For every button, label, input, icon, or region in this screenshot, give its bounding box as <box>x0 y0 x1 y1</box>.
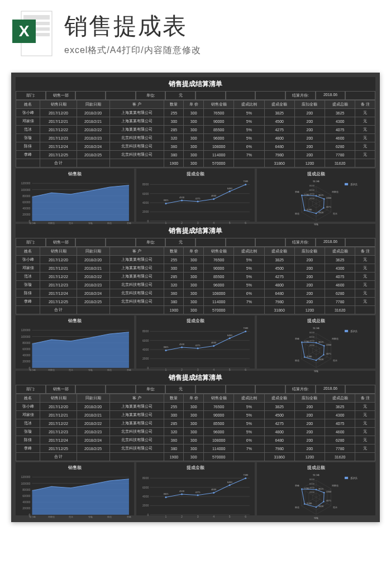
svg-text:2: 2 <box>181 221 183 224</box>
info-row: 部门:销售一部单位:元结算月份:2018.06 <box>16 91 375 100</box>
table-cell: 300 <box>184 264 204 273</box>
table-cell: 上海某某有限公司 <box>109 419 164 428</box>
table-cell: 6280 <box>325 436 355 444</box>
svg-point-238 <box>304 503 305 504</box>
svg-text:120000: 120000 <box>21 181 30 185</box>
svg-text:4600: 4600 <box>318 505 324 508</box>
table-cell: 3825 <box>264 256 294 264</box>
svg-text:4000: 4000 <box>142 201 149 204</box>
table-cell: 200 <box>294 298 325 306</box>
table-cell: 200 <box>294 444 325 453</box>
svg-text:张小峰: 张小峰 <box>29 369 36 371</box>
svg-point-234 <box>316 489 317 490</box>
table-cell: 4600 <box>325 134 355 142</box>
column-header: 姓名 <box>16 247 40 256</box>
info-cell: 单位: <box>136 91 166 100</box>
info-cell: 单位: <box>136 238 166 247</box>
table-cell: 5% <box>234 428 264 436</box>
table-cell: 7780 <box>325 444 355 453</box>
svg-point-69 <box>323 198 325 199</box>
svg-text:4275: 4275 <box>196 197 201 200</box>
table-cell: 4800 <box>264 281 294 289</box>
table-cell: 285 <box>164 419 184 428</box>
table-cell: 2018/2/21 <box>77 117 109 126</box>
svg-text:60000: 60000 <box>22 494 30 498</box>
svg-text:李峰: 李峰 <box>295 190 299 193</box>
svg-text:范冰: 范冰 <box>333 212 337 215</box>
table-cell: 300 <box>184 281 204 289</box>
svg-point-51 <box>229 190 231 192</box>
table-cell: 108000 <box>204 289 234 298</box>
column-header: 单 价 <box>184 247 204 256</box>
svg-point-237 <box>316 506 317 508</box>
commission-table: 姓名销售日期回款日期客 户数量单 价销售金额提成比例提成金额应扣金额提成总额备 … <box>16 100 375 168</box>
commission-table: 姓名销售日期回款日期客 户数量单 价销售金额提成比例提成金额应扣金额提成总额备 … <box>16 394 375 461</box>
template-header: X 销售提成表 excel格式/A4打印/内容随意修改 <box>0 0 391 67</box>
table-cell: 360 <box>164 436 184 444</box>
column-header: 客 户 <box>109 247 164 256</box>
svg-text:6480: 6480 <box>227 187 233 190</box>
table-cell: 2017/12/21 <box>40 264 77 273</box>
table-cell: 5% <box>234 109 264 117</box>
svg-point-68 <box>316 195 317 196</box>
table-cell: 300 <box>184 273 204 281</box>
svg-text:60000: 60000 <box>22 200 30 204</box>
table-row: 李峰2017/12/252018/2/25北京科技有限公司38030011400… <box>16 444 375 453</box>
svg-text:4000: 4000 <box>142 348 149 351</box>
svg-text:5: 5 <box>229 368 231 371</box>
table-cell: 108000 <box>204 142 234 151</box>
svg-text:120000: 120000 <box>21 328 30 332</box>
svg-text:1: 1 <box>165 221 167 224</box>
info-cell <box>106 385 136 394</box>
svg-text:6480: 6480 <box>227 334 233 337</box>
svg-text:陈佳: 陈佳 <box>295 212 299 215</box>
table-cell: 无 <box>355 142 375 151</box>
column-header: 姓名 <box>16 394 40 403</box>
svg-text:40000: 40000 <box>22 500 30 504</box>
table-row: 张小峰2017/12/202018/2/20上海某某有限公司2553007650… <box>16 403 375 411</box>
svg-text:40000: 40000 <box>22 207 30 210</box>
table-cell: 4500 <box>264 117 294 126</box>
table-cell: 上海某某有限公司 <box>109 126 164 134</box>
table-cell: 200 <box>294 403 325 411</box>
table-cell: 2018/2/24 <box>77 142 109 151</box>
column-header: 提成金额 <box>264 101 294 109</box>
total-cell: 合 计 <box>40 306 77 314</box>
table-cell: 无 <box>355 419 375 428</box>
table-cell: 3825 <box>264 109 294 117</box>
total-cell: 570000 <box>204 453 234 461</box>
total-cell: 合 计 <box>40 453 77 461</box>
column-header: 销售金额 <box>204 101 234 109</box>
table-cell: 300 <box>184 134 204 142</box>
table-cell: 7780 <box>325 151 355 159</box>
sales-area-chart: 销售额 020000400006000080000100000120000 张小… <box>16 169 134 222</box>
svg-text:6000: 6000 <box>142 486 149 489</box>
column-header: 应扣金额 <box>294 247 325 256</box>
total-cell: 300 <box>184 453 204 461</box>
svg-text:3825: 3825 <box>163 493 169 495</box>
svg-text:6: 6 <box>245 221 246 224</box>
svg-rect-139 <box>345 330 348 332</box>
table-cell: 4300 <box>325 411 355 419</box>
table-cell: 85500 <box>204 126 234 134</box>
table-cell: 200 <box>294 273 325 281</box>
table-cell: 2017/12/22 <box>40 273 77 281</box>
table-cell: 无 <box>355 109 375 117</box>
table-cell: 90000 <box>204 264 234 273</box>
svg-text:6000: 6000 <box>309 482 315 485</box>
page-title: 销售提成表 <box>64 11 380 42</box>
column-header: 备 注 <box>355 247 375 256</box>
svg-text:80000: 80000 <box>22 341 30 345</box>
svg-text:80000: 80000 <box>22 488 30 491</box>
table-cell: 2017/12/20 <box>40 109 77 117</box>
table-cell: 上海某某有限公司 <box>109 403 164 411</box>
table-cell: 2018/2/25 <box>77 298 109 306</box>
svg-point-72 <box>304 209 305 211</box>
table-cell: 300 <box>164 411 184 419</box>
table-row: 李峰2017/12/252018/2/25北京科技有限公司38030011400… <box>16 298 375 306</box>
info-cell: 部门: <box>16 91 46 100</box>
svg-text:4275: 4275 <box>196 491 201 494</box>
sales-area-chart: 销售额 020000400006000080000100000120000 张小… <box>16 462 134 515</box>
total-row: 合 计190030057000031860120031620 <box>16 453 375 461</box>
column-header: 提成比例 <box>234 394 264 403</box>
